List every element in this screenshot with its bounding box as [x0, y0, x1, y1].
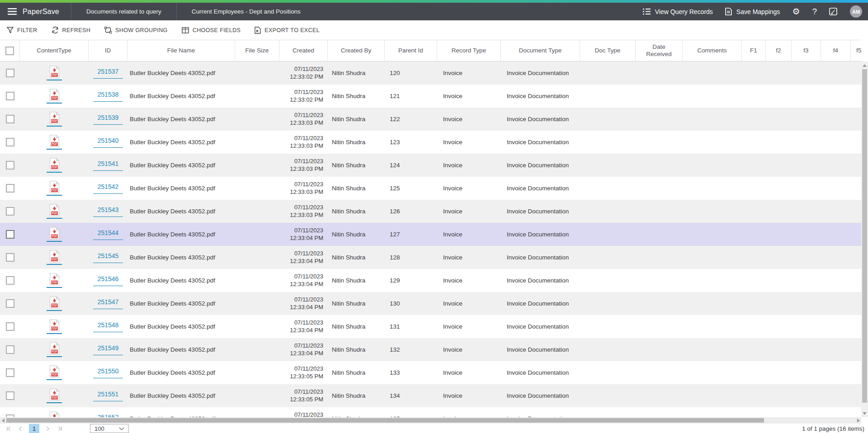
current-page-number[interactable]: 1	[29, 424, 39, 433]
row-checkbox[interactable]	[6, 92, 14, 100]
table-row[interactable]: PDF 251546 Butler Buckley Deets 43052.pd…	[0, 269, 861, 292]
document-id-link[interactable]: 251549	[93, 344, 123, 355]
vertical-scrollbar-thumb[interactable]	[862, 69, 867, 403]
show-grouping-button[interactable]: SHOW GROUPING	[104, 27, 168, 33]
tab-documents-related-to-query[interactable]: Documents related to query	[71, 3, 176, 20]
pdf-file-icon[interactable]: PDF	[47, 158, 62, 173]
horizontal-scrollbar[interactable]	[0, 417, 861, 424]
refresh-button[interactable]: REFRESH	[52, 27, 91, 33]
document-id-link[interactable]: 251539	[93, 114, 123, 125]
column-header-f1[interactable]: F1	[742, 40, 766, 61]
last-page-button[interactable]	[54, 424, 66, 433]
column-header-f5[interactable]: f5	[851, 40, 861, 61]
column-header-created-by[interactable]: Created By	[328, 40, 385, 61]
document-id-link[interactable]: 251552	[93, 414, 123, 418]
column-header-content-type[interactable]: ContentType	[20, 40, 89, 61]
table-row[interactable]: PDF 251543 Butler Buckley Deets 43052.pd…	[0, 200, 861, 223]
pdf-file-icon[interactable]: PDF	[47, 135, 62, 150]
row-checkbox[interactable]	[6, 207, 14, 216]
pdf-file-icon[interactable]: PDF	[47, 296, 62, 311]
column-header-f3[interactable]: f3	[792, 40, 821, 61]
row-checkbox[interactable]	[6, 161, 14, 169]
column-header-comments[interactable]: Comments	[683, 40, 742, 61]
column-header-f4[interactable]: f4	[821, 40, 851, 61]
table-row[interactable]: PDF 251539 Butler Buckley Deets 43052.pd…	[0, 108, 861, 131]
row-checkbox[interactable]	[6, 299, 14, 308]
row-checkbox[interactable]	[6, 253, 14, 262]
feedback-icon[interactable]	[829, 8, 838, 16]
column-header-date-received[interactable]: Date Received	[636, 40, 683, 61]
table-row[interactable]: PDF 251542 Butler Buckley Deets 43052.pd…	[0, 177, 861, 200]
scroll-up-arrow-icon[interactable]	[861, 62, 868, 69]
document-id-link[interactable]: 251537	[93, 68, 123, 79]
column-header-id[interactable]: ID	[89, 40, 127, 61]
document-id-link[interactable]: 251546	[93, 275, 123, 286]
document-id-link[interactable]: 251544	[93, 229, 123, 240]
column-header-doc-type[interactable]: Doc Type	[580, 40, 636, 61]
column-header-parent-id[interactable]: Parent Id	[385, 40, 437, 61]
table-row[interactable]: PDF 251537 Butler Buckley Deets 43052.pd…	[0, 61, 861, 85]
column-header-file-name[interactable]: File Name	[127, 40, 235, 61]
vertical-scrollbar[interactable]	[861, 61, 868, 417]
document-id-link[interactable]: 251538	[93, 91, 123, 102]
table-row[interactable]: PDF 251550 Butler Buckley Deets 43052.pd…	[0, 361, 861, 384]
page-size-select[interactable]: 100	[90, 424, 129, 433]
filter-button[interactable]: FILTER	[7, 27, 38, 33]
row-checkbox[interactable]	[6, 345, 14, 354]
row-checkbox[interactable]	[6, 276, 14, 285]
first-page-button[interactable]	[3, 424, 14, 433]
document-id-link[interactable]: 251548	[93, 321, 123, 332]
document-id-link[interactable]: 251543	[93, 206, 123, 217]
document-id-link[interactable]: 251540	[93, 137, 123, 148]
scroll-left-arrow-icon[interactable]	[0, 417, 6, 424]
column-header-created[interactable]: Created	[279, 40, 328, 61]
table-row[interactable]: PDF 251540 Butler Buckley Deets 43052.pd…	[0, 131, 861, 154]
table-row[interactable]: PDF 251552 Butler Buckley Deets 43052.pd…	[0, 407, 861, 417]
document-id-link[interactable]: 251551	[93, 391, 123, 401]
document-id-link[interactable]: 251547	[93, 298, 123, 309]
row-checkbox[interactable]	[6, 138, 14, 146]
horizontal-scrollbar-thumb[interactable]	[6, 418, 764, 423]
row-checkbox[interactable]	[6, 115, 14, 123]
view-query-records-button[interactable]: View Query Records	[643, 8, 713, 15]
pdf-file-icon[interactable]: PDF	[47, 181, 62, 196]
pdf-file-icon[interactable]: PDF	[47, 204, 62, 219]
pdf-file-icon[interactable]: PDF	[47, 273, 62, 288]
document-id-link[interactable]: 251550	[93, 367, 123, 378]
user-avatar[interactable]: AM	[850, 5, 862, 18]
table-row[interactable]: PDF 251544 Butler Buckley Deets 43052.pd…	[0, 223, 861, 246]
table-row[interactable]: PDF 251551 Butler Buckley Deets 43052.pd…	[0, 384, 861, 407]
pdf-file-icon[interactable]: PDF	[47, 227, 62, 242]
column-header-document-type[interactable]: Document Type	[501, 40, 580, 61]
document-id-link[interactable]: 251542	[93, 183, 123, 194]
table-row[interactable]: PDF 251549 Butler Buckley Deets 43052.pd…	[0, 338, 861, 361]
column-header-file-size[interactable]: File Size	[235, 40, 279, 61]
pdf-file-icon[interactable]: PDF	[47, 112, 62, 127]
row-checkbox[interactable]	[6, 184, 14, 193]
save-mappings-button[interactable]: Save Mappings	[725, 8, 780, 15]
next-page-button[interactable]	[42, 424, 54, 433]
tab-current-employees-dept-and-positions[interactable]: Current Employees - Dept and Positions	[176, 3, 316, 20]
column-header-f2[interactable]: f2	[766, 40, 792, 61]
row-checkbox[interactable]	[6, 69, 14, 77]
help-icon[interactable]: ?	[812, 7, 817, 16]
previous-page-button[interactable]	[14, 424, 26, 433]
pdf-file-icon[interactable]: PDF	[47, 89, 62, 104]
row-checkbox[interactable]	[6, 322, 14, 331]
choose-fields-button[interactable]: CHOOSE FIELDS	[182, 27, 241, 33]
table-row[interactable]: PDF 251538 Butler Buckley Deets 43052.pd…	[0, 85, 861, 108]
document-id-link[interactable]: 251541	[93, 160, 123, 171]
pdf-file-icon[interactable]: PDF	[47, 365, 62, 380]
table-row[interactable]: PDF 251545 Butler Buckley Deets 43052.pd…	[0, 246, 861, 269]
column-header-record-type[interactable]: Record Type	[437, 40, 501, 61]
pdf-file-icon[interactable]: PDF	[47, 411, 62, 417]
pdf-file-icon[interactable]: PDF	[47, 319, 62, 334]
scroll-right-arrow-icon[interactable]	[855, 417, 861, 424]
table-row[interactable]: PDF 251547 Butler Buckley Deets 43052.pd…	[0, 292, 861, 315]
pdf-file-icon[interactable]: PDF	[47, 250, 62, 265]
pdf-file-icon[interactable]: PDF	[47, 342, 62, 357]
table-row[interactable]: PDF 251541 Butler Buckley Deets 43052.pd…	[0, 154, 861, 177]
pdf-file-icon[interactable]: PDF	[47, 66, 62, 80]
row-checkbox[interactable]	[6, 230, 14, 239]
pdf-file-icon[interactable]: PDF	[47, 388, 62, 403]
